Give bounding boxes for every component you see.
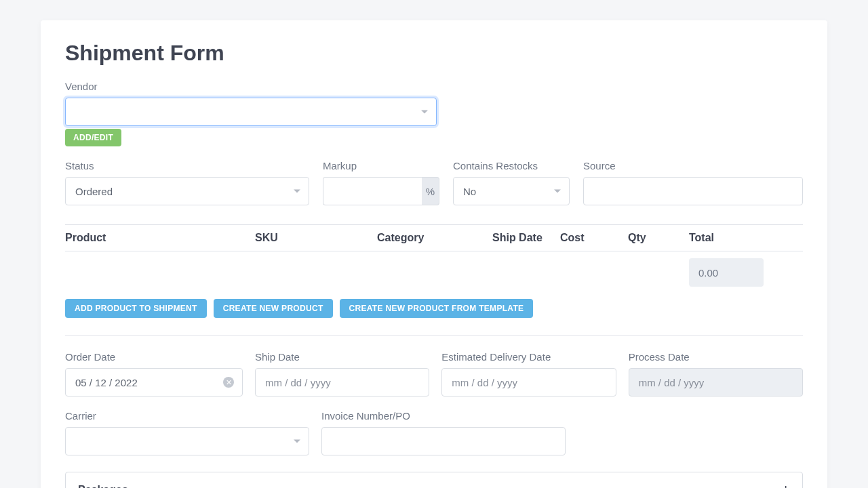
packages-accordion[interactable]: Packages + [65,472,803,488]
plus-icon: + [781,483,790,488]
status-label: Status [65,160,309,171]
clear-date-icon[interactable]: ✕ [223,377,234,388]
delivery-date-label: Estimated Delivery Date [441,351,616,363]
status-select-value: Ordered [75,186,113,197]
chevron-down-icon [554,190,561,193]
source-label: Source [583,160,803,171]
ship-date-placeholder: mm / dd / yyyy [265,377,331,388]
source-input[interactable] [583,177,803,205]
carrier-select[interactable] [65,427,309,455]
carrier-label: Carrier [65,410,309,422]
products-total-row: 0.00 [65,251,803,299]
shipment-form-card: Shipment Form Vendor Add/Edit Status Ord… [41,20,827,488]
vendor-section: Vendor Add/Edit [65,81,803,146]
process-date-placeholder: mm / dd / yyyy [639,377,705,388]
vendor-label: Vendor [65,81,803,92]
create-from-template-button[interactable]: Create New Product from Template [340,299,534,318]
packages-title: Packages [78,484,128,488]
restocks-select[interactable]: No [453,177,570,205]
invoice-input[interactable] [321,427,566,455]
chevron-down-icon [294,440,300,443]
vendor-select[interactable] [65,98,437,126]
th-qty: Qty [628,232,689,244]
process-date-label: Process Date [629,351,803,363]
products-table-header: Product SKU Category Ship Date Cost Qty … [65,224,803,251]
order-date-label: Order Date [65,351,243,363]
restocks-label: Contains Restocks [453,160,570,171]
delivery-date-placeholder: mm / dd / yyyy [452,377,517,388]
markup-suffix: % [422,177,439,205]
carrier-row: Carrier Invoice Number/PO [65,410,803,455]
th-sku: SKU [255,232,377,244]
th-product: Product [65,232,255,244]
th-cost: Cost [560,232,628,244]
chevron-down-icon [421,110,428,114]
vendor-add-edit-button[interactable]: Add/Edit [65,129,121,146]
th-shipdate: Ship Date [492,232,560,244]
order-date-value: 05 / 12 / 2022 [75,377,138,388]
th-category: Category [377,232,492,244]
restocks-select-value: No [463,186,476,197]
ship-date-label: Ship Date [255,351,429,363]
markup-label: Markup [323,160,439,171]
products-total-value: 0.00 [689,258,764,287]
product-actions-row: Add Product to Shipment Create New Produ… [65,299,803,318]
page-title: Shipment Form [65,41,803,66]
delivery-date-input[interactable]: mm / dd / yyyy [441,368,616,396]
invoice-label: Invoice Number/PO [321,410,566,422]
markup-input[interactable] [323,177,422,205]
th-total: Total [689,232,803,244]
status-row: Status Ordered Markup % Contains Restock… [65,160,803,205]
section-divider [65,336,803,336]
ship-date-input[interactable]: mm / dd / yyyy [255,368,429,396]
order-date-input[interactable]: 05 / 12 / 2022 ✕ [65,368,243,396]
chevron-down-icon [294,190,300,193]
add-product-button[interactable]: Add Product to Shipment [65,299,207,318]
dates-row: Order Date 05 / 12 / 2022 ✕ Ship Date mm… [65,351,803,396]
process-date-input: mm / dd / yyyy [629,368,803,396]
status-select[interactable]: Ordered [65,177,309,205]
create-product-button[interactable]: Create New Product [214,299,333,318]
